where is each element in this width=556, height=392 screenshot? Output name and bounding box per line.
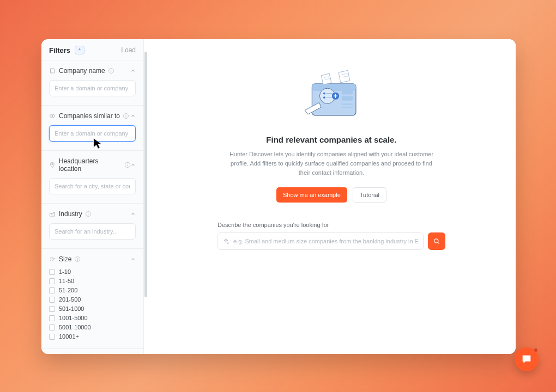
info-icon[interactable]: i [75, 256, 80, 262]
filters-title-group: Filters [49, 46, 84, 54]
main-panel: Find relevant companies at scale. Hunter… [147, 39, 516, 354]
size-options-list: 1-10 11-50 51-200 201-500 501-1000 1001-… [49, 268, 136, 340]
tutorial-button[interactable]: Tutorial [353, 187, 386, 203]
similar-icon [49, 113, 56, 119]
svg-rect-0 [51, 69, 55, 73]
size-option[interactable]: 10001+ [49, 333, 136, 340]
industry-input[interactable] [49, 223, 136, 240]
size-option[interactable]: 1001-5000 [49, 315, 136, 321]
checkbox-icon [49, 306, 55, 312]
size-option[interactable]: 501-1000 [49, 305, 136, 312]
svg-point-8 [51, 258, 52, 259]
checkbox-icon [49, 297, 55, 303]
sidebar-header: Filters Load [41, 39, 143, 60]
prompt-input[interactable] [233, 238, 419, 244]
empty-state-hero: Find relevant companies at scale. Hunter… [222, 65, 440, 203]
prompt-row [217, 232, 445, 250]
section-header-industry[interactable]: Industry i [49, 210, 136, 218]
svg-point-7 [52, 163, 53, 164]
hero-actions: Show me an example Tutorial [222, 187, 440, 203]
filters-sidebar: Filters Load Company name i [41, 39, 144, 354]
size-option[interactable]: 201-500 [49, 296, 136, 303]
section-label: Company name [59, 67, 105, 75]
section-label: Companies similar to [59, 112, 120, 120]
chat-icon [521, 353, 533, 365]
filter-section-similar-to: Companies similar to i [41, 105, 143, 150]
illustration [291, 65, 372, 125]
prompt-input-wrap[interactable] [217, 232, 424, 250]
checkbox-icon [49, 278, 55, 284]
section-header-hq[interactable]: Headquarters location i [49, 157, 136, 173]
info-icon[interactable]: i [123, 113, 129, 119]
chevron-up-icon [130, 211, 136, 217]
sparkle-icon [222, 238, 229, 245]
filter-section-industry: Industry i [41, 203, 143, 248]
prompt-label: Describe the companies you're looking fo… [217, 222, 445, 228]
prompt-submit-button[interactable] [428, 232, 445, 250]
size-option[interactable]: 5001-10000 [49, 324, 136, 330]
size-option[interactable]: 51-200 [49, 287, 136, 293]
search-icon [433, 237, 440, 245]
filter-section-company-name: Company name i [41, 60, 143, 105]
svg-point-9 [53, 258, 55, 260]
section-header-size[interactable]: Size i [49, 255, 136, 263]
checkbox-icon [49, 324, 55, 330]
section-label: Headquarters location [59, 157, 122, 173]
filter-section-size: Size i 1-10 11-50 51-200 201-500 501-100… [41, 248, 143, 348]
building-icon [49, 68, 56, 74]
svg-point-14 [323, 93, 325, 95]
chevron-up-icon [130, 113, 136, 119]
svg-point-29 [434, 239, 438, 243]
size-option[interactable]: 1-10 [49, 268, 136, 275]
section-header-company-name[interactable]: Company name i [49, 67, 136, 75]
svg-rect-22 [342, 96, 353, 100]
info-icon[interactable]: i [108, 68, 114, 74]
info-icon[interactable]: i [86, 211, 91, 217]
section-label: Industry [59, 210, 82, 218]
svg-point-15 [323, 96, 325, 99]
industry-icon [49, 211, 56, 217]
size-option[interactable]: 11-50 [49, 278, 136, 284]
location-icon [49, 162, 56, 168]
filters-title: Filters [49, 46, 70, 54]
people-icon [49, 256, 56, 262]
hero-title: Find relevant companies at scale. [222, 135, 440, 144]
info-icon[interactable]: i [125, 162, 130, 168]
chevron-up-icon [130, 68, 136, 74]
hero-description: Hunter Discover lets you identify compan… [222, 150, 440, 177]
similar-to-input[interactable] [49, 125, 136, 142]
sparkle-icon[interactable] [75, 46, 84, 54]
section-header-similar-to[interactable]: Companies similar to i [49, 112, 136, 120]
show-example-button[interactable]: Show me an example [276, 187, 347, 203]
prompt-area: Describe the companies you're looking fo… [217, 222, 445, 250]
svg-line-30 [438, 242, 439, 244]
checkbox-icon [49, 315, 55, 321]
chevron-up-icon [130, 256, 136, 262]
svg-rect-12 [312, 84, 356, 91]
load-filters-link[interactable]: Load [121, 46, 136, 54]
chat-fab[interactable] [515, 347, 539, 371]
app-window: Filters Load Company name i [41, 39, 516, 354]
checkbox-icon [49, 269, 55, 275]
filter-section-company-type: Company type i [41, 348, 143, 354]
checkbox-icon [49, 334, 55, 340]
checkbox-icon [49, 287, 55, 293]
svg-rect-21 [342, 90, 353, 94]
filter-section-hq-location: Headquarters location i [41, 150, 143, 203]
chevron-up-icon [130, 162, 136, 168]
hq-location-input[interactable] [49, 178, 136, 194]
company-name-input[interactable] [49, 80, 136, 96]
section-label: Size [59, 255, 71, 263]
